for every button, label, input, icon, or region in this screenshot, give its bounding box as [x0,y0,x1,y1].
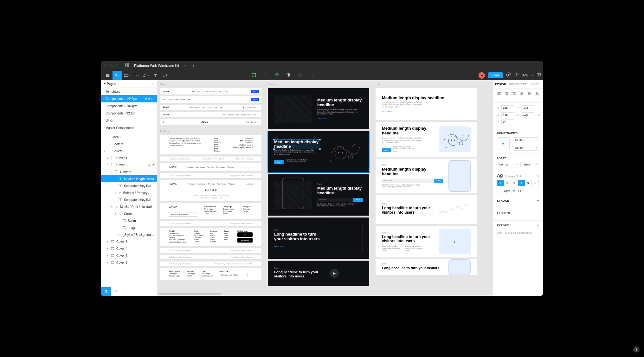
layer-row[interactable]: Footers [101,140,157,147]
canvas[interactable]: Menu ACMEFirstSecondThirdFourth•FifthSix… [157,80,493,296]
expand-caret-icon[interactable]: ▸ [107,261,109,264]
page-item[interactable]: UI Kit [101,117,157,124]
expand-caret-icon[interactable]: ▾ [111,171,113,173]
distribute-icon[interactable]: ▾ [543,91,543,100]
zoom-level[interactable]: 32% [522,74,528,77]
share-button[interactable]: Share [488,72,503,78]
footer-frame[interactable]: ACME First pageSecond pageThird pageFour… [160,163,261,171]
footer-copyright[interactable]: © 2018 Acme. All right reserved.Privacy … [160,261,261,266]
page-item[interactable]: Master Components [101,124,157,132]
expand-caret-icon[interactable]: ▾ [107,164,109,166]
footer-frame[interactable]: ACME First pageSecond pageThird pageFour… [160,180,261,201]
remove-fill-button[interactable]: − [537,189,539,193]
menu-frame[interactable]: ACMEFirstSecondThirdFourth•FifthSixthAct… [160,88,261,94]
text-valign-bottom-icon[interactable]: ⤓ [532,180,539,186]
layer-row[interactable]: Medium length displa [101,175,157,182]
layer-row[interactable]: ▸Cover 1 [101,154,157,161]
constraint-widget[interactable]: + [497,137,510,150]
layer-row[interactable]: ▸_Styles / Backgrounds / Dark I... [101,231,157,238]
tab-prototype[interactable]: PROTOTYPE [508,80,528,88]
horizontal-scrollbar[interactable] [158,293,222,295]
layer-row[interactable]: ▸Buttons / Primary / Active [101,189,157,196]
expand-caret-icon[interactable]: ▸ [107,157,109,159]
light-cover-2[interactable]: Medium length display headline Separated… [376,122,477,157]
cover-frame-1[interactable]: Medium length display headline Separated… [268,88,369,129]
layer-row[interactable]: ▸Cover 4 [101,245,157,252]
layer-row[interactable]: ▾Media / Dark / Illustration [101,203,157,210]
constraint-h-select[interactable]: Center▾ [513,137,539,143]
pages-header[interactable]: ▾ Pages + [101,80,157,88]
layer-row[interactable]: ▸Cover 5 [101,252,157,259]
align-bottom-icon[interactable] [535,91,539,100]
cover-frame-2-selected[interactable]: Medium length display headline Separated… [268,131,369,172]
expand-caret-icon[interactable]: ▸ [114,233,116,236]
add-page-button[interactable]: + [152,82,154,86]
text-tool[interactable] [151,71,160,80]
align-left-icon[interactable] [497,91,501,100]
layer-row[interactable]: ▾Cover 2🔒👁 [101,161,157,168]
visibility-icon[interactable]: 👁 [152,163,155,166]
document-tab[interactable]: Platforma Web Wireframe Kit [132,64,182,68]
edit-object-icon[interactable] [252,73,256,78]
page-item[interactable]: Components - 1440px2 of 6 [101,95,157,102]
page-item[interactable]: Components - 320px [101,110,157,117]
expand-caret-icon[interactable]: ▾ [111,205,113,208]
footer-copyright[interactable]: © 2018 Acme. All right reserved.Privacy … [160,221,261,226]
constrain-proportions-icon[interactable]: ⇅ [538,113,540,117]
text-more-icon[interactable]: ⋯ [539,180,541,186]
footer-frame[interactable]: Change the color to match your brand or … [160,135,261,154]
menu-button[interactable] [103,71,113,80]
cover-frame-3[interactable]: Tagline Medium length display headline P… [268,174,369,216]
footer-copyright[interactable]: © 2018 Acme. All right reserved.Privacy … [160,156,261,161]
opacity-input[interactable] [523,162,533,167]
expand-caret-icon[interactable]: ▾ [103,150,106,153]
pen-tool[interactable]: ▾ [141,71,151,80]
footer-copyright[interactable]: © 2018 Acme. All right reserved.Privacy … [160,248,261,253]
mask-icon[interactable] [286,73,291,78]
move-tool[interactable]: ▾ [113,71,122,80]
cover-frame-5[interactable]: Tagline Long headline to turn your visit… [268,261,369,286]
expand-caret-icon[interactable]: ▸ [107,240,109,243]
footer-frame[interactable]: ACMEEnter your email address▾ First colu… [160,203,261,219]
text-align-center-icon[interactable]: ≡ [504,180,511,186]
zoom-window-icon[interactable] [115,64,118,67]
menu-frame[interactable]: ≡ACMEFirstSecond○ [160,119,261,125]
blend-mode-select[interactable]: Normal▾ [497,162,521,167]
menu-frame[interactable]: FirstSecondThirdFourthFifthAction [160,96,261,103]
footer-copyright[interactable]: © 2018 Acme. All right reserved.Privacy … [160,173,261,178]
align-vcenter-icon[interactable] [527,91,532,100]
close-window-icon[interactable] [104,64,107,67]
light-cover-4[interactable]: Tagline Long headline to turn your visit… [376,195,477,224]
align-hcenter-icon[interactable] [505,91,509,100]
zoom-chevron-icon[interactable]: ▾ [532,74,533,77]
layers-tab-icon[interactable] [101,287,111,296]
constraint-v-select[interactable]: Center▾ [513,145,539,151]
minimize-window-icon[interactable] [110,64,113,67]
new-tab-button[interactable]: + [192,63,195,68]
cover-frame-4[interactable]: Tagline Long headline to turn your visit… [268,217,369,259]
layer-row[interactable]: Scrim [101,217,157,224]
expand-caret-icon[interactable]: ▸ [107,254,109,257]
footer-frame[interactable]: ACMEDescription+1 555 Redmond, IndianaTe… [160,228,261,246]
light-cover-1[interactable]: Medium length display headline Separated… [376,88,477,120]
layer-row[interactable]: ▾Corners [101,210,157,217]
boolean-icon[interactable] [298,73,302,78]
window-controls[interactable] [104,64,118,67]
menu-frame[interactable]: ACMEFirstSecondThirdFourthFifthSixth○ [160,112,261,117]
reset-instance-icon[interactable] [263,73,268,78]
light-cover-6[interactable]: Tagline Long headline to turn your visit… [376,259,477,275]
width-input[interactable] [501,112,514,117]
footer-copyright[interactable]: © 2018 Acme. All right reserved.Privacy … [160,255,261,259]
layer-row[interactable]: Separated they live [101,182,157,189]
layer-row[interactable]: ▾Content [101,168,157,175]
page-item[interactable]: Templates [101,88,157,95]
light-cover-3[interactable]: Tagline Medium length display headline P… [376,159,477,193]
height-input[interactable] [522,112,534,117]
menu-frame[interactable]: ACMEFirstSecondThirdFourthFifthSixth👤Pro… [160,105,261,110]
layer-row[interactable]: ▸Cover 3 [101,238,157,245]
fill-swatch[interactable] [497,189,501,193]
tab-code[interactable]: CODE [528,80,543,88]
crop-icon[interactable] [309,73,313,78]
layer-row[interactable]: Menu [101,133,157,140]
expand-caret-icon[interactable]: ▾ [114,212,117,215]
